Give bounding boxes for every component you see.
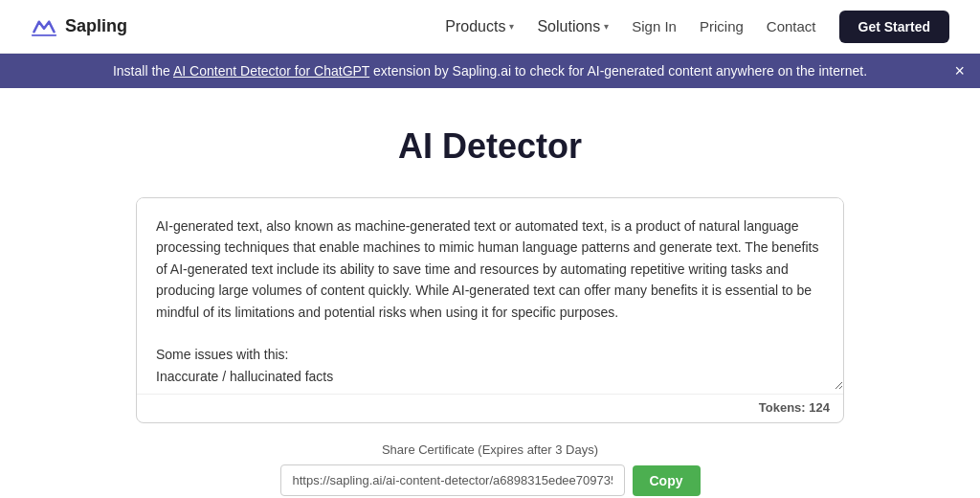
text-input-wrapper: Tokens: 124 [136, 197, 844, 423]
announcement-banner: Install the AI Content Detector for Chat… [0, 54, 980, 88]
detector-textarea[interactable] [137, 198, 843, 390]
banner-text: Install the AI Content Detector for Chat… [113, 63, 867, 79]
logo-link[interactable]: Sapling [31, 13, 127, 40]
logo-icon [31, 13, 57, 40]
token-count: Tokens: 124 [137, 394, 843, 422]
share-label: Share Certificate (Expires after 3 Days) [136, 442, 844, 457]
nav-contact[interactable]: Contact [767, 18, 816, 34]
chevron-down-icon: ▾ [509, 21, 514, 32]
banner-link[interactable]: AI Content Detector for ChatGPT [173, 63, 369, 79]
copy-button[interactable]: Copy [633, 465, 701, 496]
nav-products[interactable]: Products ▾ [445, 18, 514, 35]
chevron-down-icon: ▾ [604, 21, 609, 32]
share-url-input[interactable] [280, 464, 625, 496]
nav-pricing[interactable]: Pricing [700, 18, 744, 34]
logo-text: Sapling [65, 16, 127, 36]
main-content: AI Detector Tokens: 124 Share Certificat… [117, 88, 863, 498]
page-title: AI Detector [136, 126, 844, 167]
nav-links: Products ▾ Solutions ▾ Sign In Pricing C… [445, 11, 949, 43]
get-started-button[interactable]: Get Started [839, 11, 949, 43]
navbar: Sapling Products ▾ Solutions ▾ Sign In P… [0, 0, 980, 54]
share-row: Copy [136, 464, 844, 496]
nav-signin[interactable]: Sign In [632, 18, 677, 34]
banner-close-button[interactable]: × [954, 62, 965, 79]
nav-solutions[interactable]: Solutions ▾ [537, 18, 609, 35]
share-section: Share Certificate (Expires after 3 Days)… [136, 442, 844, 496]
